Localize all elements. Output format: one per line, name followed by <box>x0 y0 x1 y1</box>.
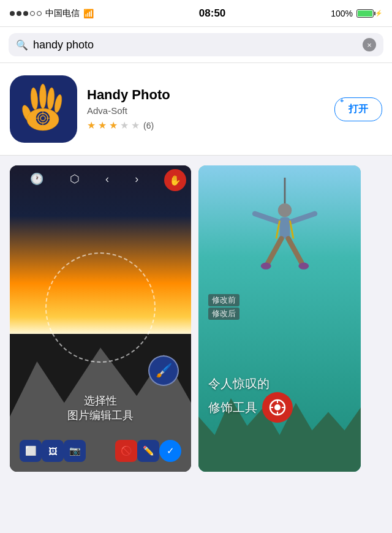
ss2-caption-text: 修饰工具 <box>208 399 257 416</box>
person-svg <box>236 178 334 349</box>
star-4: ★ <box>120 119 129 131</box>
brush-badge: 🖌️ <box>148 355 179 386</box>
carrier-label: 中国电信 <box>45 8 80 19</box>
ss1-bottom-tools: ⬜ 🖼 📷 🚫 ✏️ ✓ <box>10 440 191 462</box>
status-bar: 中国电信 📶 08:50 100% ⚡ <box>0 0 392 27</box>
svg-point-14 <box>277 203 291 217</box>
app-card: Handy Photo Adva-Soft ★ ★ ★ ★ ★ (6) + 打开 <box>0 63 392 156</box>
ss1-caption-line1: 选择性 <box>10 393 191 408</box>
app-rating: ★ ★ ★ ★ ★ (6) <box>87 119 325 131</box>
ss1-caption: 选择性 图片编辑工具 <box>10 393 191 423</box>
screenshots-container: 🕐 ⬡ ‹ › ? ✋ 🖌️ 选择性 图片编辑工具 ⬜ 🖼 📷 <box>0 165 392 472</box>
svg-point-21 <box>298 263 309 270</box>
svg-point-4 <box>53 94 63 113</box>
star-5: ★ <box>131 119 140 131</box>
dot-1 <box>10 11 15 16</box>
toolbar-back-icon: ‹ <box>105 173 109 186</box>
ss2-caption-line2: 修饰工具 <box>208 392 293 423</box>
lightning-icon: ⚡ <box>375 10 382 17</box>
app-name: Handy Photo <box>87 87 325 103</box>
svg-point-3 <box>47 88 55 110</box>
open-button[interactable]: + 打开 <box>334 97 382 121</box>
search-bar: 🔍 handy photo × <box>0 27 392 63</box>
toolbar-hex-icon: ⬡ <box>70 172 80 186</box>
before-label: 修改前 <box>208 294 239 306</box>
status-right: 100% ⚡ <box>331 9 382 18</box>
app-developer: Adva-Soft <box>87 105 325 116</box>
svg-point-20 <box>260 263 271 270</box>
tool-screen-btn[interactable]: ⬜ <box>20 440 42 462</box>
tool-check-btn[interactable]: ✓ <box>159 440 181 462</box>
battery-fill <box>358 10 372 17</box>
search-input-wrapper[interactable]: 🔍 handy photo × <box>9 33 383 56</box>
wifi-icon: 📶 <box>83 9 94 18</box>
screenshot-1[interactable]: 🕐 ⬡ ‹ › ? ✋ 🖌️ 选择性 图片编辑工具 ⬜ 🖼 📷 <box>10 165 191 472</box>
open-plus: + <box>340 97 344 104</box>
tool-no-btn[interactable]: 🚫 <box>115 440 137 462</box>
toolbar-clock-icon: 🕐 <box>30 172 43 186</box>
ss1-toolbar: 🕐 ⬡ ‹ › ? ✋ <box>10 165 191 192</box>
search-icon: 🔍 <box>16 39 28 51</box>
clear-search-button[interactable]: × <box>363 38 376 51</box>
status-left: 中国电信 📶 <box>10 8 94 19</box>
battery-container: ⚡ <box>356 9 382 18</box>
svg-point-1 <box>30 88 39 110</box>
status-time: 08:50 <box>199 7 225 20</box>
svg-point-25 <box>274 404 281 410</box>
app-icon <box>10 75 77 143</box>
svg-line-19 <box>288 238 301 263</box>
tool-edit-btn[interactable]: ✏️ <box>137 440 159 462</box>
dot-3 <box>23 11 28 16</box>
screenshots-section: 🕐 ⬡ ‹ › ? ✋ 🖌️ 选择性 图片编辑工具 ⬜ 🖼 📷 <box>0 156 392 472</box>
ss2-caption: 令人惊叹的 修饰工具 <box>208 376 293 423</box>
app-icon-svg <box>16 81 71 137</box>
search-text: handy photo <box>33 39 358 51</box>
star-2: ★ <box>98 119 107 131</box>
tool-photo-btn[interactable]: 🖼 <box>42 440 64 462</box>
star-3: ★ <box>109 119 118 131</box>
signal-dots <box>10 11 42 16</box>
selection-circle <box>45 252 156 363</box>
battery-pct: 100% <box>331 9 353 18</box>
ss2-badge-icon <box>262 392 293 423</box>
dot-2 <box>17 11 21 16</box>
svg-point-2 <box>40 84 47 108</box>
before-after-labels: 修改前 修改后 <box>208 294 239 320</box>
rating-count: (6) <box>143 121 154 130</box>
toolbar-forward-icon: › <box>135 173 138 186</box>
badge-svg <box>268 398 287 417</box>
star-1: ★ <box>87 119 96 131</box>
ss1-caption-line2: 图片编辑工具 <box>10 408 191 423</box>
ss2-caption-line1: 令人惊叹的 <box>208 376 293 392</box>
tool-camera-btn[interactable]: 📷 <box>64 440 86 462</box>
battery-icon <box>356 9 374 18</box>
svg-line-17 <box>290 214 315 222</box>
hand-badge-icon: ✋ <box>164 169 186 191</box>
after-label: 修改后 <box>208 308 239 320</box>
dot-5 <box>37 11 42 16</box>
screenshot-2[interactable]: 修改前 修改后 令人惊叹的 修饰工具 <box>198 165 361 472</box>
dot-4 <box>30 11 35 16</box>
open-label: 打开 <box>349 104 368 114</box>
svg-line-16 <box>255 214 280 222</box>
svg-line-18 <box>268 238 281 263</box>
app-info: Handy Photo Adva-Soft ★ ★ ★ ★ ★ (6) <box>87 87 325 131</box>
